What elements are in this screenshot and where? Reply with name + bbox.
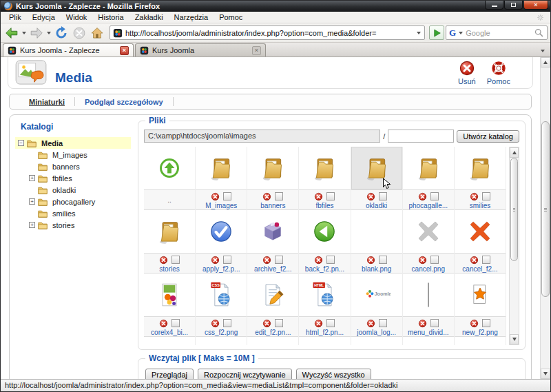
delete-file-icon[interactable] <box>366 192 375 201</box>
file-cell-joomla_log[interactable]: joomla_log... <box>351 274 403 337</box>
expand-icon[interactable]: + <box>29 198 35 205</box>
file-cell-smilies[interactable]: smilies <box>455 147 506 210</box>
file-name[interactable]: archive_f2... <box>248 265 298 273</box>
page-scroll-thumb[interactable] <box>541 121 550 297</box>
file-name[interactable]: M_images <box>196 202 246 209</box>
file-checkbox[interactable] <box>482 319 490 327</box>
file-icon-area[interactable] <box>455 147 506 189</box>
file-name[interactable]: cancel.png <box>404 265 453 273</box>
file-cell-partial[interactable] <box>299 337 351 345</box>
delete-file-icon[interactable] <box>314 256 323 265</box>
delete-file-icon[interactable] <box>211 319 220 328</box>
file-checkbox[interactable] <box>275 319 283 327</box>
file-icon-area[interactable] <box>403 337 454 345</box>
file-cell-blankpng[interactable]: blank.png <box>351 210 403 274</box>
file-cell-html_f2pn[interactable]: html_f2.pn... <box>299 274 351 337</box>
delete-file-icon[interactable] <box>470 256 479 265</box>
restore-button[interactable] <box>504 1 523 10</box>
menu-item-edycja[interactable]: Edycja <box>27 12 61 22</box>
tree-node-media[interactable]: −Media <box>15 137 131 149</box>
search-engine-caret[interactable] <box>459 32 463 34</box>
scroll-track[interactable] <box>510 158 519 334</box>
file-icon-area[interactable] <box>247 337 298 345</box>
tab-close-icon[interactable]: × <box>120 46 129 55</box>
file-name[interactable]: edit_f2.pn... <box>248 329 298 336</box>
new-folder-input[interactable] <box>388 130 454 143</box>
file-checkbox[interactable] <box>171 319 180 327</box>
tree-node-label[interactable]: fbfiles <box>50 174 74 183</box>
delete-file-icon[interactable] <box>470 319 479 328</box>
tree-node-label[interactable]: M_images <box>50 151 90 159</box>
search-box[interactable]: G Google <box>446 25 548 40</box>
file-cell-archive_f2[interactable]: archive_f2... <box>247 210 299 274</box>
file-name[interactable]: cancel_f2... <box>455 265 505 273</box>
file-icon-area[interactable] <box>299 337 350 345</box>
tree-node-smilies[interactable]: smilies <box>15 207 131 219</box>
file-checkbox[interactable] <box>223 319 231 327</box>
file-icon-area[interactable] <box>351 210 402 253</box>
search-input[interactable]: Google <box>466 29 532 37</box>
delete-file-icon[interactable] <box>314 319 323 328</box>
forward-history-caret[interactable] <box>47 32 51 34</box>
file-icon-area[interactable] <box>196 210 247 253</box>
file-icon-area[interactable] <box>247 274 298 316</box>
toolbar-delete-button[interactable]: Usuń <box>458 60 476 85</box>
file-cell-new_f2png[interactable]: new_f2.png <box>455 274 506 337</box>
file-icon-area[interactable] <box>455 337 506 345</box>
delete-file-icon[interactable] <box>159 319 168 328</box>
address-url[interactable]: http://localhost/joomla/administrator/in… <box>125 29 413 37</box>
menu-item-narzdzia[interactable]: Narzędzia <box>169 12 214 22</box>
back-button[interactable] <box>3 25 20 41</box>
menu-item-plik[interactable]: Plik <box>3 12 27 22</box>
file-checkbox[interactable] <box>326 256 335 264</box>
expand-icon[interactable]: + <box>29 175 35 181</box>
file-icon-area[interactable] <box>351 147 402 189</box>
tree-node-label[interactable]: stories <box>50 221 76 229</box>
file-name[interactable]: back_f2.pn... <box>300 265 349 273</box>
file-name[interactable]: blank.png <box>352 265 402 273</box>
back-history-caret[interactable] <box>22 32 26 34</box>
tree-node-stories[interactable]: +stories <box>15 219 131 231</box>
tree-node-m_images[interactable]: M_images <box>15 149 131 161</box>
file-icon-area[interactable] <box>144 274 195 316</box>
tree-node-label[interactable]: okladki <box>50 186 78 194</box>
tree-node-fbfiles[interactable]: +fbfiles <box>15 172 131 184</box>
file-cell-banners[interactable]: banners <box>247 147 299 210</box>
file-cell-partial[interactable] <box>403 337 455 345</box>
delete-file-icon[interactable] <box>314 192 323 201</box>
file-icon-area[interactable] <box>247 210 298 253</box>
go-button[interactable] <box>429 25 444 40</box>
scroll-down-arrow[interactable] <box>510 334 519 344</box>
file-icon-area[interactable] <box>196 274 247 316</box>
file-cell-apply_f2p[interactable]: apply_f2.p... <box>196 210 247 274</box>
file-checkbox[interactable] <box>275 256 283 264</box>
file-cell-partial[interactable] <box>144 337 196 345</box>
delete-file-icon[interactable] <box>262 192 271 201</box>
page-scroll-track[interactable] <box>541 68 550 369</box>
minimize-button[interactable] <box>485 1 503 10</box>
file-cell-back_f2pn[interactable]: back_f2.pn... <box>299 210 351 274</box>
updir-label[interactable]: .. <box>167 196 171 204</box>
file-checkbox[interactable] <box>223 192 231 200</box>
file-icon-area[interactable] <box>247 147 298 189</box>
forward-button[interactable] <box>28 25 45 41</box>
stop-button[interactable] <box>71 25 87 41</box>
file-icon-area[interactable] <box>455 210 506 253</box>
upload-button-1[interactable]: Rozpocznij wczytywanie <box>198 369 292 379</box>
delete-file-icon[interactable] <box>418 256 427 265</box>
browser-tab-1[interactable]: Kurs Joomla× <box>135 43 266 56</box>
delete-file-icon[interactable] <box>470 192 479 201</box>
close-button[interactable]: × <box>523 1 548 10</box>
file-checkbox[interactable] <box>326 192 335 200</box>
menu-item-zakadki[interactable]: Zakładki <box>129 12 169 22</box>
file-name[interactable]: fbfiles <box>300 202 349 209</box>
file-checkbox[interactable] <box>430 319 439 327</box>
file-checkbox[interactable] <box>430 192 439 200</box>
delete-file-icon[interactable] <box>366 319 375 328</box>
page-scrollbar[interactable] <box>540 57 550 379</box>
file-icon-area[interactable] <box>196 337 247 345</box>
menu-item-widok[interactable]: Widok <box>61 12 93 22</box>
scroll-up-arrow[interactable] <box>510 147 519 158</box>
file-name[interactable]: smilies <box>455 202 505 209</box>
tree-node-phocagallery[interactable]: +phocagallery <box>15 196 131 207</box>
